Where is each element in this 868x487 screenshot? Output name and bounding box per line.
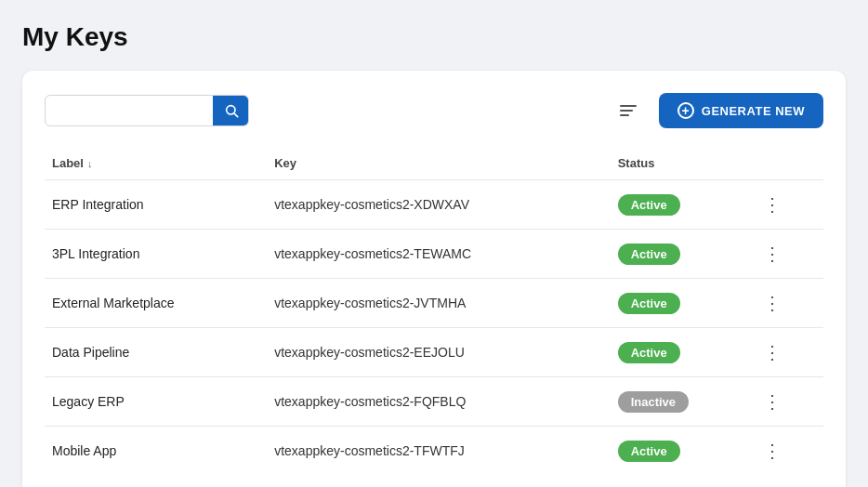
table-header: Label ↓ Key Status (45, 147, 823, 180)
cell-status: Active (611, 230, 750, 279)
search-wrapper (45, 95, 249, 126)
row-action-button[interactable]: ⋮ (757, 390, 788, 413)
filter-button[interactable] (612, 99, 644, 122)
cell-status: Active (611, 180, 750, 230)
cell-action: ⋮ (750, 328, 823, 377)
col-key: Key (267, 147, 610, 180)
cell-label: ERP Integration (45, 180, 267, 230)
cell-key: vtexappkey-cosmetics2-TFWTFJ (267, 427, 610, 476)
col-status: Status (611, 147, 750, 180)
generate-new-label: GENERATE NEW (702, 104, 805, 118)
status-badge: Active (618, 244, 680, 265)
row-action-button[interactable]: ⋮ (757, 243, 788, 265)
cell-status: Active (611, 427, 750, 476)
cell-label: External Marketplace (45, 279, 267, 328)
cell-key: vtexappkey-cosmetics2-EEJOLU (267, 328, 610, 377)
cell-status: Active (611, 279, 750, 328)
status-badge: Inactive (618, 391, 689, 413)
status-badge: Active (618, 293, 680, 314)
cell-key: vtexappkey-cosmetics2-TEWAMC (267, 230, 610, 279)
search-button[interactable] (213, 96, 249, 125)
cell-status: Inactive (611, 377, 750, 427)
row-action-button[interactable]: ⋮ (757, 440, 788, 462)
search-input[interactable] (46, 96, 213, 125)
generate-new-button[interactable]: + GENERATE NEW (659, 93, 823, 128)
cell-label: Data Pipeline (45, 328, 267, 377)
table-row: ERP Integrationvtexappkey-cosmetics2-XDW… (45, 180, 823, 230)
table-row: External Marketplacevtexappkey-cosmetics… (45, 279, 823, 328)
cell-action: ⋮ (750, 377, 823, 427)
page-title: My Keys (22, 22, 846, 52)
cell-key: vtexappkey-cosmetics2-JVTMHA (267, 279, 610, 328)
table-body: ERP Integrationvtexappkey-cosmetics2-XDW… (45, 180, 823, 476)
sort-arrow-icon: ↓ (87, 158, 93, 169)
col-actions (750, 147, 823, 180)
cell-action: ⋮ (750, 180, 823, 230)
col-label: Label ↓ (45, 147, 267, 180)
row-action-button[interactable]: ⋮ (757, 341, 788, 363)
cell-status: Active (611, 328, 750, 377)
cell-label: Mobile App (45, 427, 267, 476)
table-row: Legacy ERPvtexappkey-cosmetics2-FQFBLQIn… (45, 377, 823, 427)
table-row: Data Pipelinevtexappkey-cosmetics2-EEJOL… (45, 328, 823, 377)
status-badge: Active (618, 194, 680, 216)
table-row: 3PL Integrationvtexappkey-cosmetics2-TEW… (45, 230, 823, 279)
cell-label: 3PL Integration (45, 230, 267, 279)
toolbar: + GENERATE NEW (45, 93, 823, 128)
table-row: Mobile Appvtexappkey-cosmetics2-TFWTFJAc… (45, 427, 823, 476)
status-badge: Active (618, 441, 680, 462)
cell-action: ⋮ (750, 279, 823, 328)
cell-label: Legacy ERP (45, 377, 267, 427)
plus-circle-icon: + (677, 102, 694, 119)
filter-icon (620, 105, 637, 116)
status-badge: Active (618, 342, 680, 363)
cell-action: ⋮ (750, 230, 823, 279)
keys-table: Label ↓ Key Status ERP Integrationvtexap… (45, 147, 823, 475)
cell-key: vtexappkey-cosmetics2-XDWXAV (267, 180, 610, 230)
svg-line-1 (234, 113, 238, 117)
row-action-button[interactable]: ⋮ (757, 193, 788, 216)
row-action-button[interactable]: ⋮ (757, 292, 788, 314)
search-icon (224, 103, 239, 118)
cell-action: ⋮ (750, 427, 823, 476)
cell-key: vtexappkey-cosmetics2-FQFBLQ (267, 377, 610, 427)
main-card: + GENERATE NEW Label ↓ Key Status ERP In… (22, 71, 846, 487)
